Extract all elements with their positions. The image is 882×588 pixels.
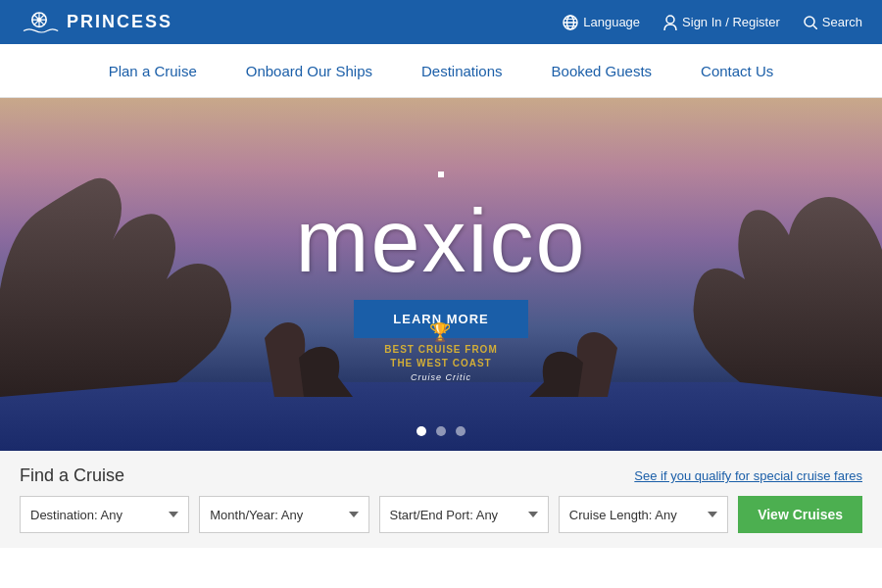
logo-text: PRINCESS xyxy=(67,12,172,32)
top-bar: PRINCESS Language Sign In / Register xyxy=(0,0,882,44)
carousel-dot-1[interactable] xyxy=(416,426,426,436)
svg-point-12 xyxy=(805,17,814,26)
hero-section: mexico LEARN MORE 🏆 BEST CRUISE FROMTHE … xyxy=(0,98,882,451)
hero-content: mexico LEARN MORE xyxy=(295,172,586,338)
carousel-dot-3[interactable] xyxy=(456,426,466,436)
nav-booked-guests[interactable]: Booked Guests xyxy=(552,58,653,84)
nav-contact-us[interactable]: Contact Us xyxy=(701,58,773,84)
nav-destinations[interactable]: Destinations xyxy=(421,58,503,84)
search-header: Find a Cruise See if you qualify for spe… xyxy=(20,466,862,486)
laurel-decoration: 🏆 xyxy=(384,321,497,343)
search-section: Find a Cruise See if you qualify for spe… xyxy=(0,451,882,548)
princess-logo-icon xyxy=(20,9,59,36)
language-label: Language xyxy=(583,15,640,29)
destination-select[interactable]: Destination: Any Caribbean Alaska Medite… xyxy=(20,496,189,533)
award-title: BEST CRUISE FROMTHE WEST COAST xyxy=(384,343,497,370)
award-source: Cruise Critic xyxy=(384,372,497,382)
hero-destination-title: mexico xyxy=(295,197,586,285)
svg-line-13 xyxy=(813,25,817,29)
carousel-dots xyxy=(416,426,466,436)
top-nav: Language Sign In / Register Search xyxy=(563,15,862,30)
language-button[interactable]: Language xyxy=(563,15,640,30)
svg-point-11 xyxy=(666,16,674,24)
length-select[interactable]: Cruise Length: Any 2-5 nights 6-9 nights… xyxy=(559,496,728,533)
user-icon xyxy=(663,15,677,30)
sign-in-label: Sign In / Register xyxy=(682,15,780,29)
month-select[interactable]: Month/Year: Any January 2024 February 20… xyxy=(199,496,368,533)
port-select[interactable]: Start/End Port: Any Los Angeles Seattle … xyxy=(379,496,549,533)
search-button[interactable]: Search xyxy=(804,15,862,29)
hero-dot-decoration xyxy=(438,172,444,177)
view-cruises-button[interactable]: View Cruises xyxy=(738,496,862,533)
find-cruise-title: Find a Cruise xyxy=(20,466,124,486)
qualify-link[interactable]: See if you qualify for special cruise fa… xyxy=(634,468,862,483)
globe-icon xyxy=(563,15,578,30)
search-icon xyxy=(804,16,817,29)
search-controls: Destination: Any Caribbean Alaska Medite… xyxy=(20,496,862,533)
main-nav: Plan a Cruise Onboard Our Ships Destinat… xyxy=(0,44,882,98)
award-badge: 🏆 BEST CRUISE FROMTHE WEST COAST Cruise … xyxy=(384,321,497,382)
carousel-dot-2[interactable] xyxy=(436,426,446,436)
sign-in-button[interactable]: Sign In / Register xyxy=(663,15,780,30)
nav-onboard-our-ships[interactable]: Onboard Our Ships xyxy=(246,58,372,84)
search-label: Search xyxy=(822,15,862,29)
logo[interactable]: PRINCESS xyxy=(20,9,172,36)
nav-plan-a-cruise[interactable]: Plan a Cruise xyxy=(109,58,197,84)
